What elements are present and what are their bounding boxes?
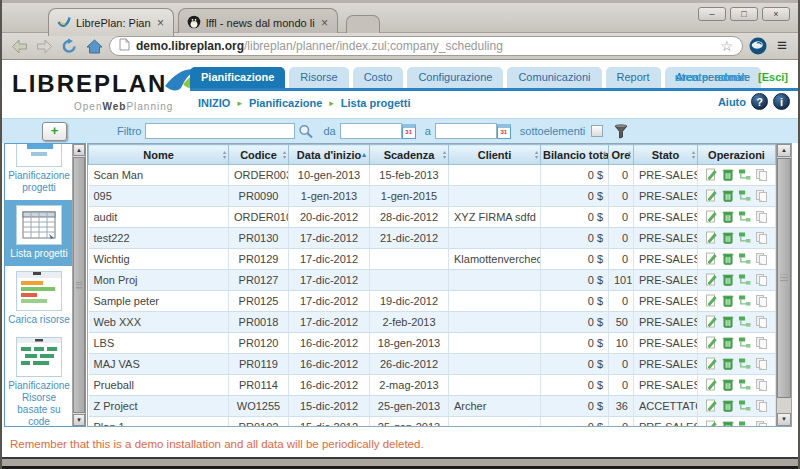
delete-icon[interactable] bbox=[722, 189, 734, 204]
template-icon[interactable] bbox=[738, 378, 751, 393]
edit-icon[interactable] bbox=[705, 315, 718, 330]
add-project-button[interactable]: + bbox=[42, 122, 67, 141]
date-from-input[interactable] bbox=[340, 123, 402, 139]
copy-icon[interactable] bbox=[755, 252, 768, 267]
delete-icon[interactable] bbox=[722, 420, 734, 428]
copy-icon[interactable] bbox=[755, 189, 768, 204]
edit-icon[interactable] bbox=[705, 399, 718, 414]
tab-comunicazioni[interactable]: Comunicazioni bbox=[507, 67, 601, 88]
close-icon[interactable]: × bbox=[320, 16, 329, 30]
delete-icon[interactable] bbox=[722, 294, 734, 309]
logout-link[interactable]: [Esci] bbox=[758, 71, 788, 83]
template-icon[interactable] bbox=[738, 210, 751, 225]
search-icon[interactable] bbox=[298, 124, 314, 139]
calendar-icon[interactable]: 31 bbox=[497, 124, 511, 139]
template-icon[interactable] bbox=[738, 420, 751, 428]
edit-icon[interactable] bbox=[705, 168, 718, 183]
column-header-codice[interactable]: Codice▴▾ bbox=[229, 145, 289, 165]
filter-funnel-icon[interactable] bbox=[614, 124, 628, 139]
copy-icon[interactable] bbox=[755, 378, 768, 393]
forward-icon[interactable] bbox=[34, 37, 54, 55]
subelements-checkbox[interactable] bbox=[591, 125, 603, 137]
sidebar-scrollbar[interactable]: ▲ ▼ bbox=[72, 144, 85, 426]
copy-icon[interactable] bbox=[755, 231, 768, 246]
sidebar-item-pianificazione-progetti[interactable]: Pianificazione progetti bbox=[5, 144, 73, 200]
table-scrollbar[interactable]: ▲ ▼ bbox=[776, 144, 791, 426]
table-scrollbar-thumb[interactable] bbox=[777, 158, 791, 398]
tab-risorse[interactable]: Risorse bbox=[289, 67, 348, 88]
table-row[interactable]: MAJ VASPR011916-dic-201226-dic-20120 $0P… bbox=[89, 354, 776, 375]
reload-icon[interactable] bbox=[59, 37, 79, 55]
column-header-operazioni[interactable]: Operazioni bbox=[698, 145, 776, 165]
copy-icon[interactable] bbox=[755, 294, 768, 309]
edit-icon[interactable] bbox=[705, 231, 718, 246]
help-question-icon[interactable]: ? bbox=[751, 93, 768, 110]
template-icon[interactable] bbox=[738, 252, 751, 267]
template-icon[interactable] bbox=[738, 357, 751, 372]
scroll-up-icon[interactable]: ▲ bbox=[777, 144, 791, 157]
copy-icon[interactable] bbox=[755, 315, 768, 330]
template-icon[interactable] bbox=[738, 189, 751, 204]
template-icon[interactable] bbox=[738, 294, 751, 309]
new-tab-button[interactable] bbox=[346, 15, 380, 35]
column-header-bilancio-totale[interactable]: Bilancio totale▴▾ bbox=[541, 145, 609, 165]
table-row[interactable]: Sample peterPR012517-dic-201219-dic-2012… bbox=[89, 291, 776, 312]
tab-pianificazione[interactable]: Pianificazione bbox=[190, 67, 285, 88]
table-row[interactable]: LBSPR012016-dic-201218-gen-20130 $10PRE-… bbox=[89, 333, 776, 354]
help-link[interactable]: Aiuto bbox=[718, 96, 746, 108]
column-header-stato[interactable]: Stato▴▾ bbox=[634, 145, 698, 165]
template-icon[interactable] bbox=[738, 315, 751, 330]
sidebar-item-risorse-code[interactable]: Pianificazione Risorse basate su code bbox=[5, 332, 73, 426]
delete-icon[interactable] bbox=[722, 168, 734, 183]
copy-icon[interactable] bbox=[755, 420, 768, 428]
tab-costo[interactable]: Costo bbox=[353, 67, 404, 88]
edit-icon[interactable] bbox=[705, 210, 718, 225]
maximize-button[interactable]: □ bbox=[730, 7, 758, 21]
template-icon[interactable] bbox=[738, 399, 751, 414]
scroll-up-icon[interactable]: ▲ bbox=[73, 144, 85, 156]
menu-icon[interactable]: ≡ bbox=[773, 36, 791, 56]
delete-icon[interactable] bbox=[722, 231, 734, 246]
edit-icon[interactable] bbox=[705, 336, 718, 351]
table-row[interactable]: PrueballPR011416-dic-20122-mag-20130 $0P… bbox=[89, 375, 776, 396]
table-row[interactable]: Mon ProjPR012717-dic-20120 $101PRE-SALES bbox=[89, 270, 776, 291]
edit-icon[interactable] bbox=[705, 252, 718, 267]
sidebar-item-carica-risorse[interactable]: Carica risorse bbox=[5, 266, 73, 332]
tab-configurazione[interactable]: Configurazione bbox=[407, 67, 503, 88]
scroll-down-icon[interactable]: ▼ bbox=[777, 413, 791, 426]
delete-icon[interactable] bbox=[722, 357, 734, 372]
table-row[interactable]: WichtigPR012917-dic-2012Klamottenverchec… bbox=[89, 249, 776, 270]
date-to-input[interactable] bbox=[435, 123, 497, 139]
copy-icon[interactable] bbox=[755, 273, 768, 288]
url-field[interactable]: demo.libreplan.org/libreplan/planner/ind… bbox=[109, 36, 743, 56]
sidebar-item-lista-progetti[interactable]: Lista progetti bbox=[5, 200, 73, 266]
sidebar-scrollbar-thumb[interactable] bbox=[73, 157, 85, 413]
delete-icon[interactable] bbox=[722, 399, 734, 414]
copy-icon[interactable] bbox=[755, 357, 768, 372]
edit-icon[interactable] bbox=[705, 357, 718, 372]
column-header-clienti[interactable]: Clienti▴▾ bbox=[449, 145, 541, 165]
copy-icon[interactable] bbox=[755, 336, 768, 351]
filter-input[interactable] bbox=[145, 123, 295, 139]
template-icon[interactable] bbox=[738, 231, 751, 246]
table-row[interactable]: Z ProjectWO125515-dic-201225-gen-2013Arc… bbox=[89, 396, 776, 417]
column-header-data-d-inizio[interactable]: Data d'inizio▴ bbox=[289, 145, 370, 165]
table-row[interactable]: auditORDER010020-dic-201228-dic-2012XYZ … bbox=[89, 207, 776, 228]
delete-icon[interactable] bbox=[722, 252, 734, 267]
column-header-nome[interactable]: Nome▴▾ bbox=[89, 145, 229, 165]
delete-icon[interactable] bbox=[722, 378, 734, 393]
column-header-ore[interactable]: Ore▴▾ bbox=[609, 145, 634, 165]
edit-icon[interactable] bbox=[705, 273, 718, 288]
table-row[interactable]: test222PR013017-dic-201221-dic-20120 $0P… bbox=[89, 228, 776, 249]
edit-icon[interactable] bbox=[705, 420, 718, 428]
table-row[interactable]: Plan 1PR010215-dic-201225-gen-20130 $0PR… bbox=[89, 417, 776, 428]
edit-icon[interactable] bbox=[705, 189, 718, 204]
browser-tab-libreplan[interactable]: LibrePlan: Pianificazione × bbox=[48, 8, 174, 36]
delete-icon[interactable] bbox=[722, 315, 734, 330]
copy-icon[interactable] bbox=[755, 210, 768, 225]
copy-icon[interactable] bbox=[755, 168, 768, 183]
back-icon[interactable] bbox=[9, 37, 29, 55]
bookmark-star-icon[interactable]: ☆ bbox=[721, 38, 734, 54]
template-icon[interactable] bbox=[738, 168, 751, 183]
breadcrumb-item[interactable]: Pianificazione bbox=[249, 97, 322, 109]
